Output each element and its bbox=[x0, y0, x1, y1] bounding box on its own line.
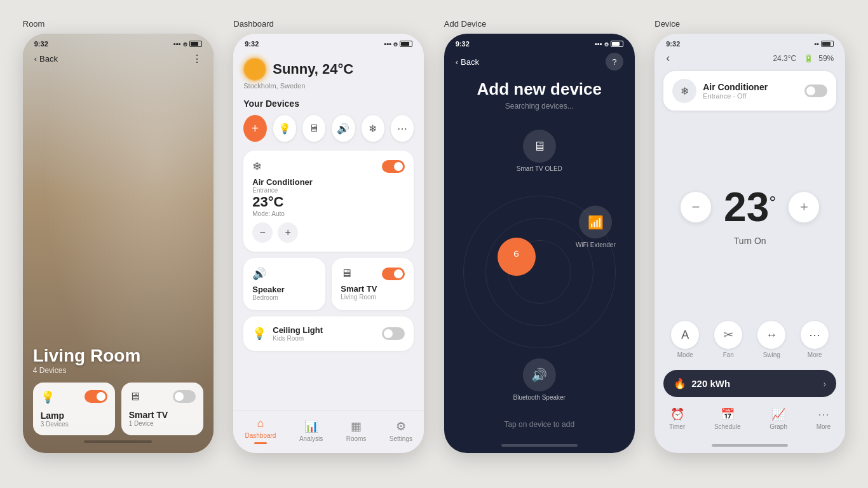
device-card-light[interactable]: 💡 Ceiling Light Kids Room bbox=[243, 316, 414, 351]
temp-unit-device: ° bbox=[769, 193, 776, 213]
nav-analysis-label: Analysis bbox=[299, 435, 323, 442]
radar-area: 🖥 Smart TV OLED ⁶ 📶 WiFi Extender 🔊 Blue… bbox=[444, 123, 635, 420]
light-toggle-dash[interactable] bbox=[382, 327, 405, 340]
section-add-device: Add Device 9:32 ▪▪▪ ⌾ ‹ Back ? Add new d… bbox=[444, 13, 635, 475]
ctrl-swing[interactable]: ↔ Swing bbox=[757, 321, 785, 358]
tv-toggle-dash[interactable] bbox=[382, 268, 405, 280]
device-row-2: 🔊 Speaker Bedroom 🖥 Smart TV Living Room bbox=[243, 258, 414, 310]
analysis-icon: 📊 bbox=[304, 419, 318, 433]
ac-icon-dash: ❄ bbox=[252, 159, 262, 173]
tv-sub: 1 Device bbox=[129, 420, 196, 427]
bt-node-icon: ⁶ bbox=[498, 238, 536, 276]
graph-icon: 📈 bbox=[771, 407, 785, 421]
nav-settings-item[interactable]: ⚙ Settings bbox=[390, 419, 412, 442]
bnav-graph[interactable]: 📈 Graph bbox=[770, 407, 787, 430]
temp-decrease-btn[interactable]: − bbox=[252, 222, 273, 243]
icon-bulb[interactable]: 💡 bbox=[273, 115, 296, 142]
device-node-bt[interactable]: ⁶ bbox=[498, 238, 536, 276]
section-label-add: Add Device bbox=[444, 19, 486, 29]
battery-icon-a bbox=[611, 41, 623, 47]
time-room: 9:32 bbox=[34, 40, 48, 48]
back-button-room[interactable]: ‹ Back bbox=[34, 54, 58, 64]
bnav-more[interactable]: ⋯ More bbox=[817, 407, 831, 430]
tv-toggle[interactable] bbox=[173, 390, 196, 403]
ctrl-mode[interactable]: A Mode bbox=[671, 321, 699, 358]
ctrl-more[interactable]: ⋯ More bbox=[801, 321, 829, 358]
nav-settings-label: Settings bbox=[390, 435, 412, 442]
time-dashboard: 9:32 bbox=[245, 40, 259, 48]
home-indicator-device bbox=[712, 444, 788, 447]
device-card-speaker[interactable]: 🔊 Speaker Bedroom bbox=[243, 258, 325, 310]
flame-icon: 🔥 bbox=[674, 377, 686, 390]
icon-more[interactable]: ⋯ bbox=[391, 115, 414, 142]
nav-bar-add: ‹ Back ? bbox=[444, 50, 635, 73]
wifi-icon-d: ⌾ bbox=[393, 40, 398, 48]
back-button-add[interactable]: ‹ Back bbox=[456, 57, 479, 67]
bnav-schedule[interactable]: 📅 Schedule bbox=[714, 407, 741, 430]
wifi-icon-a: ⌾ bbox=[604, 40, 609, 48]
timer-icon: ⏰ bbox=[670, 407, 684, 421]
device-node-tv[interactable]: 🖥 Smart TV OLED bbox=[517, 130, 562, 172]
back-arrow-device[interactable]: ‹ bbox=[666, 51, 670, 65]
battery-device: 🔋 bbox=[804, 54, 813, 63]
ctrl-fan[interactable]: ✂ Fan bbox=[714, 321, 742, 358]
back-arrow-room: ‹ bbox=[34, 54, 37, 64]
signal-icon-a: ▪▪▪ bbox=[595, 40, 602, 48]
lamp-sub: 3 Devices bbox=[41, 421, 107, 428]
phone-add: 9:32 ▪▪▪ ⌾ ‹ Back ? Add new device Searc… bbox=[444, 34, 635, 453]
tv-name-dash: Smart TV bbox=[341, 284, 405, 294]
tv-node-label: Smart TV OLED bbox=[517, 165, 562, 172]
bnav-timer[interactable]: ⏰ Timer bbox=[669, 407, 685, 430]
temp-header-device: ‹ 24.3°C 🔋 59% bbox=[654, 50, 845, 67]
icon-ac[interactable]: ❄ bbox=[362, 115, 384, 142]
turn-on-label: Turn On bbox=[734, 236, 766, 246]
device-node-btspeaker[interactable]: 🔊 Bluetooth Speaker bbox=[513, 358, 566, 401]
room-card-lamp[interactable]: 💡 Lamp 3 Devices bbox=[33, 383, 115, 435]
kwh-bar[interactable]: 🔥 220 kWh › bbox=[663, 370, 836, 397]
battery-pct-device: 59% bbox=[818, 54, 834, 63]
icon-speaker[interactable]: 🔊 bbox=[332, 115, 355, 142]
speaker-loc-dash: Bedroom bbox=[252, 294, 316, 301]
device-card-tv-dash[interactable]: 🖥 Smart TV Living Room bbox=[332, 258, 414, 310]
ac-toggle-dash[interactable] bbox=[382, 160, 405, 173]
kwh-left: 🔥 220 kWh bbox=[674, 377, 730, 390]
ac-location-dash: Entrance bbox=[252, 187, 405, 194]
mode-label: Mode bbox=[677, 351, 693, 358]
home-icon: ⌂ bbox=[257, 417, 264, 430]
tv-icon: 🖥 bbox=[129, 390, 140, 403]
icon-tv[interactable]: 🖥 bbox=[302, 115, 325, 142]
mode-icon: A bbox=[671, 321, 699, 349]
more-label-device: More bbox=[808, 351, 822, 358]
temp-increase-btn[interactable]: + bbox=[278, 222, 298, 243]
section-dashboard: Dashboard 9:32 ▪▪▪ ⌾ Sunny, 24°C Stockho… bbox=[233, 13, 424, 475]
more-options-room[interactable]: ⋮ bbox=[192, 53, 202, 65]
temp-decrease-device[interactable]: − bbox=[681, 192, 711, 222]
nav-analysis-item[interactable]: 📊 Analysis bbox=[299, 419, 323, 442]
nav-dashboard-item[interactable]: ⌂ Dashboard bbox=[245, 417, 276, 444]
ac-sub-device: Entrance - Off bbox=[703, 92, 768, 100]
kwh-arrow: › bbox=[824, 379, 827, 389]
back-label-room: Back bbox=[39, 54, 58, 64]
tv-node-icon: 🖥 bbox=[523, 130, 556, 163]
status-bar-device: 9:32 ▪▪ bbox=[654, 34, 845, 50]
back-label-add: Back bbox=[461, 57, 479, 67]
lamp-toggle[interactable] bbox=[85, 390, 107, 403]
device-card-ac[interactable]: ❄ Air Conditioner Entrance 23°C Mode: Au… bbox=[243, 151, 414, 252]
add-device-button[interactable]: + bbox=[243, 115, 266, 142]
device-node-wifi[interactable]: 📶 WiFi Extender bbox=[576, 206, 616, 248]
status-bar-add: 9:32 ▪▪▪ ⌾ bbox=[444, 34, 635, 50]
tap-hint: Tap on device to add bbox=[444, 420, 635, 439]
graph-label: Graph bbox=[770, 423, 787, 430]
ac-name-dash: Air Conditioner bbox=[252, 177, 405, 187]
battery-icon bbox=[189, 41, 202, 47]
room-card-tv[interactable]: 🖥 Smart TV 1 Device bbox=[121, 383, 203, 435]
help-button[interactable]: ? bbox=[606, 53, 623, 71]
light-icon-dash: 💡 bbox=[252, 327, 266, 341]
ac-toggle-device[interactable] bbox=[804, 85, 827, 97]
phone-device: 9:32 ▪▪ ‹ 24.3°C 🔋 59% ❄ Air Conditioner… bbox=[654, 34, 845, 453]
phone-room: 9:32 ▪▪▪ ⌾ ‹ Back ⋮ Living Room 4 Device… bbox=[23, 34, 214, 453]
bottom-nav-dashboard: ⌂ Dashboard 📊 Analysis ▦ Rooms ⚙ Setting… bbox=[233, 410, 424, 453]
temp-increase-device[interactable]: + bbox=[789, 192, 819, 222]
nav-rooms-item[interactable]: ▦ Rooms bbox=[346, 419, 367, 442]
nav-bar-room: ‹ Back ⋮ bbox=[23, 50, 214, 67]
